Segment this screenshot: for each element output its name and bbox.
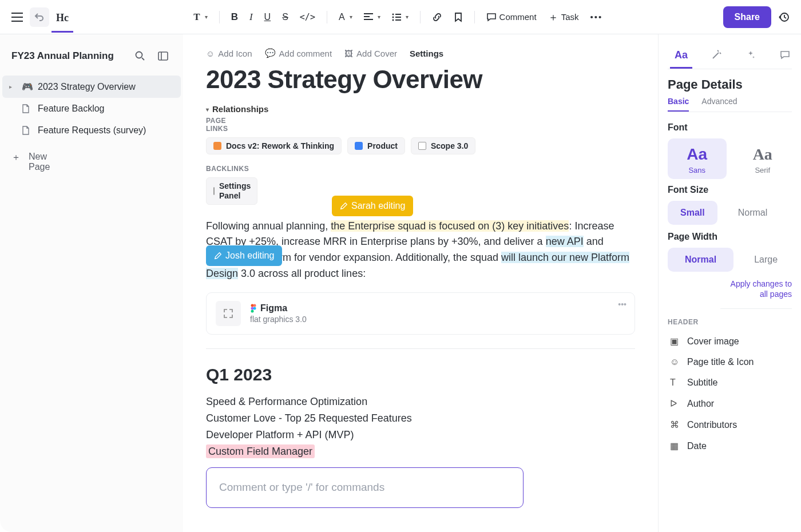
text-icon: T [670,378,680,388]
pencil-icon [340,202,348,210]
sidebar-item-backlog[interactable]: Feature Backlog [2,98,181,120]
panel-heading: Page Details [668,77,792,92]
svg-point-7 [253,304,256,307]
document-icon [418,142,426,150]
list-dropdown[interactable]: ▾ [387,9,413,26]
backlink-chip[interactable]: Settings Panel [206,177,257,205]
font-size-label: Font Size [668,185,792,195]
menu-button[interactable] [7,8,27,26]
header-cover-image[interactable]: ▣Cover image [668,331,792,352]
presence-sarah: Sarah editing [332,196,413,217]
add-cover-action[interactable]: 🖼Add Cover [344,48,397,58]
panel-tab-typography[interactable]: Aa [670,43,692,69]
header-contributors[interactable]: ⌘Contributors [668,414,792,435]
font-size-normal[interactable]: Normal [725,201,780,225]
wand-icon [711,49,722,61]
list-item[interactable]: Speed & Performance Optimization [206,394,635,410]
link-button[interactable] [427,7,447,27]
sidebar-search-button[interactable] [132,47,149,65]
bookmark-button[interactable] [449,7,467,27]
textcolor-dropdown[interactable]: A▾ [334,7,357,27]
header-date[interactable]: ▦Date [668,435,792,456]
list-item[interactable]: Customer Love - Top 25 Requested Feature… [206,410,635,427]
list-icon [392,13,401,21]
settings-action[interactable]: Settings [410,48,443,58]
document-icon [22,126,32,135]
subtab-basic[interactable]: Basic [668,97,689,112]
expand-icon[interactable] [216,301,241,326]
figma-embed[interactable]: Figma flat graphics 3.0 ••• [206,292,635,335]
main-toolbar: Hc T▾ B I U S </> A▾ ▾ ▾ Comment ＋Task •… [0,0,801,34]
embed-more-button[interactable]: ••• [618,300,626,309]
sidebar-item-requests[interactable]: Feature Requests (survey) [2,120,181,141]
apply-all-link[interactable]: Apply changes to all pages [720,279,792,309]
strikethrough-button[interactable]: S [277,7,293,27]
sidebar-item-strategy[interactable]: ▸ 🎮 2023 Strategy Overview [2,76,181,98]
pagelink-chip[interactable]: Product [347,137,405,154]
search-icon [135,51,145,61]
list-item[interactable]: Developer Platform + API (MVP) [206,427,635,443]
pencil-icon [214,252,222,260]
history-button[interactable] [774,7,794,27]
page-title[interactable]: 2023 Strategy Overview [206,65,635,94]
font-sans-option[interactable]: AaSans [668,138,727,179]
link-icon [432,12,442,22]
comment-icon: 💬 [265,48,276,58]
document-icon [22,104,32,113]
font-serif-option[interactable]: AaSerif [733,138,792,179]
doc-blue-icon [355,142,363,150]
list-item[interactable]: Custom Field Manager [206,443,635,460]
relationships-toggle[interactable]: ▾Relationships [206,104,259,114]
share-button[interactable]: Share [723,6,771,28]
q1-list[interactable]: Speed & Performance Optimization Custome… [206,394,635,459]
bookmark-icon [454,12,463,22]
svg-rect-5 [158,52,168,60]
pagelink-chip[interactable]: Scope 3.0 [411,137,475,154]
controller-icon: 🎮 [22,81,32,92]
sidebar-collapse-button[interactable] [154,47,172,65]
doc-orange-icon [213,142,221,150]
page-links-label: PAGE LINKS [206,117,240,133]
panel-icon [158,51,168,61]
image-icon: ▣ [670,336,680,347]
comment-input[interactable]: Comment or type '/' for commands [206,467,524,508]
add-comment-action[interactable]: 💬Add comment [265,48,332,58]
toolbar-more-button[interactable]: ••• [585,7,607,26]
underline-button[interactable]: U [260,7,276,27]
header-subtitle[interactable]: TSubtitle [668,372,792,393]
svg-point-4 [136,52,142,58]
heading-dropdown[interactable]: T▾ [189,7,212,27]
undo-button[interactable] [30,7,49,27]
code-button[interactable]: </> [295,7,320,27]
panel-tab-chat[interactable] [775,43,795,69]
page-width-normal[interactable]: Normal [668,248,733,272]
panel-tab-magic[interactable] [706,43,727,69]
embed-subtitle: flat graphics 3.0 [250,315,307,324]
add-icon-action[interactable]: ☺Add Icon [206,48,252,58]
logo-button[interactable]: Hc [51,7,73,33]
comment-button[interactable]: Comment [482,7,541,27]
new-page-button[interactable]: ＋ New Page [0,144,183,180]
presence-josh: Josh editing [206,245,282,267]
align-dropdown[interactable]: ▾ [359,9,385,26]
italic-button[interactable]: I [245,7,257,27]
subtab-advanced[interactable]: Advanced [701,97,730,112]
bold-button[interactable]: B [227,7,243,27]
header-author[interactable]: ᐅAuthor [668,393,792,414]
comment-icon [486,12,497,22]
header-page-title[interactable]: ☺Page title & Icon [668,352,792,372]
q1-heading[interactable]: Q1 2023 [206,365,635,384]
pagelink-chip[interactable]: Docs v2: Rework & Thinking [206,137,342,154]
page-width-large[interactable]: Large [741,248,790,272]
figma-icon [250,304,257,313]
people-icon: ⌘ [670,419,680,430]
task-button[interactable]: ＋Task [544,6,584,29]
sidebar-item-label: Feature Requests (survey) [38,125,146,136]
panel-tab-sparkle[interactable] [740,43,761,69]
highlight-blue: new API [546,236,584,247]
font-size-small[interactable]: Small [668,201,717,225]
main-content: ☺Add Icon 💬Add comment 🖼Add Cover Settin… [183,34,658,532]
body-text[interactable]: Sarah editing Josh editing Following ann… [206,219,635,283]
sidebar-item-label: 2023 Strategy Overview [38,82,136,92]
highlight-pink: Custom Field Manager [206,444,315,458]
